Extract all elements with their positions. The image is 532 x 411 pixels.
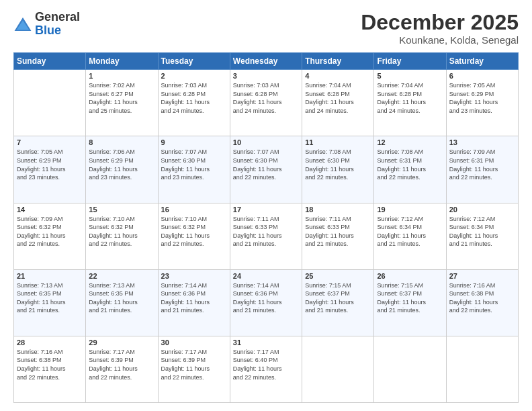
calendar-table: Sunday Monday Tuesday Wednesday Thursday…	[13, 52, 519, 403]
day-number: 10	[233, 138, 299, 146]
calendar-cell: 25Sunrise: 7:15 AM Sunset: 6:37 PM Dayli…	[302, 269, 374, 336]
day-info: Sunrise: 7:16 AM Sunset: 6:38 PM Dayligh…	[449, 281, 515, 315]
calendar-week-1: 1Sunrise: 7:02 AM Sunset: 6:27 PM Daylig…	[14, 70, 519, 136]
calendar-cell: 2Sunrise: 7:03 AM Sunset: 6:28 PM Daylig…	[158, 70, 230, 136]
calendar-body: 1Sunrise: 7:02 AM Sunset: 6:27 PM Daylig…	[14, 70, 519, 403]
calendar-week-4: 21Sunrise: 7:13 AM Sunset: 6:35 PM Dayli…	[14, 269, 519, 336]
day-number: 7	[17, 138, 83, 146]
calendar-cell: 3Sunrise: 7:03 AM Sunset: 6:28 PM Daylig…	[230, 70, 302, 136]
day-number: 30	[161, 338, 227, 347]
day-number: 17	[233, 205, 299, 214]
calendar-cell: 12Sunrise: 7:08 AM Sunset: 6:31 PM Dayli…	[374, 136, 446, 203]
day-number: 8	[89, 138, 154, 146]
calendar-cell: 26Sunrise: 7:15 AM Sunset: 6:37 PM Dayli…	[374, 269, 446, 336]
day-number: 15	[89, 205, 154, 214]
header: General Blue December 2025 Kounkane, Kol…	[13, 11, 519, 46]
day-info: Sunrise: 7:11 AM Sunset: 6:33 PM Dayligh…	[233, 215, 299, 248]
day-info: Sunrise: 7:17 AM Sunset: 6:39 PM Dayligh…	[89, 348, 154, 381]
calendar-cell: 20Sunrise: 7:12 AM Sunset: 6:34 PM Dayli…	[446, 203, 518, 269]
day-number: 24	[233, 272, 299, 280]
calendar-cell: 7Sunrise: 7:05 AM Sunset: 6:29 PM Daylig…	[14, 136, 86, 203]
day-info: Sunrise: 7:04 AM Sunset: 6:28 PM Dayligh…	[377, 81, 443, 115]
calendar-cell: 24Sunrise: 7:14 AM Sunset: 6:36 PM Dayli…	[230, 269, 302, 336]
day-number: 29	[89, 338, 154, 347]
calendar-cell	[14, 70, 86, 136]
logo-text-line2: Blue	[35, 24, 80, 38]
calendar-cell: 8Sunrise: 7:06 AM Sunset: 6:29 PM Daylig…	[86, 136, 158, 203]
day-info: Sunrise: 7:14 AM Sunset: 6:36 PM Dayligh…	[233, 281, 299, 315]
day-number: 28	[17, 338, 83, 347]
calendar-cell: 5Sunrise: 7:04 AM Sunset: 6:28 PM Daylig…	[374, 70, 446, 136]
day-info: Sunrise: 7:15 AM Sunset: 6:37 PM Dayligh…	[377, 281, 443, 315]
logo-text-line1: General	[35, 11, 80, 24]
day-info: Sunrise: 7:09 AM Sunset: 6:31 PM Dayligh…	[449, 148, 515, 181]
calendar-cell: 1Sunrise: 7:02 AM Sunset: 6:27 PM Daylig…	[86, 70, 158, 136]
day-number: 27	[449, 272, 515, 280]
calendar-cell: 30Sunrise: 7:17 AM Sunset: 6:39 PM Dayli…	[158, 336, 230, 402]
calendar-cell: 18Sunrise: 7:11 AM Sunset: 6:33 PM Dayli…	[302, 203, 374, 269]
day-number: 22	[89, 272, 154, 280]
day-number: 3	[233, 72, 299, 80]
day-info: Sunrise: 7:16 AM Sunset: 6:38 PM Dayligh…	[17, 348, 83, 381]
day-number: 23	[161, 272, 227, 280]
day-number: 4	[305, 72, 371, 80]
weekday-tuesday: Tuesday	[158, 53, 230, 70]
weekday-friday: Friday	[374, 53, 446, 70]
calendar-cell: 19Sunrise: 7:12 AM Sunset: 6:34 PM Dayli…	[374, 203, 446, 269]
day-info: Sunrise: 7:04 AM Sunset: 6:28 PM Dayligh…	[305, 81, 371, 115]
day-info: Sunrise: 7:07 AM Sunset: 6:30 PM Dayligh…	[161, 148, 227, 181]
weekday-wednesday: Wednesday	[230, 53, 302, 70]
weekday-thursday: Thursday	[302, 53, 374, 70]
logo: General Blue	[13, 11, 80, 38]
day-number: 20	[449, 205, 515, 214]
calendar-cell	[374, 336, 446, 402]
calendar-cell: 4Sunrise: 7:04 AM Sunset: 6:28 PM Daylig…	[302, 70, 374, 136]
day-info: Sunrise: 7:06 AM Sunset: 6:29 PM Dayligh…	[89, 148, 154, 181]
day-info: Sunrise: 7:09 AM Sunset: 6:32 PM Dayligh…	[17, 215, 83, 248]
calendar-cell: 13Sunrise: 7:09 AM Sunset: 6:31 PM Dayli…	[446, 136, 518, 203]
location: Kounkane, Kolda, Senegal	[361, 34, 519, 46]
calendar-cell: 15Sunrise: 7:10 AM Sunset: 6:32 PM Dayli…	[86, 203, 158, 269]
day-info: Sunrise: 7:13 AM Sunset: 6:35 PM Dayligh…	[89, 281, 154, 315]
day-info: Sunrise: 7:11 AM Sunset: 6:33 PM Dayligh…	[305, 215, 371, 248]
day-info: Sunrise: 7:08 AM Sunset: 6:30 PM Dayligh…	[305, 148, 371, 181]
day-number: 2	[161, 72, 227, 80]
day-info: Sunrise: 7:10 AM Sunset: 6:32 PM Dayligh…	[161, 215, 227, 248]
calendar-week-3: 14Sunrise: 7:09 AM Sunset: 6:32 PM Dayli…	[14, 203, 519, 269]
day-number: 19	[377, 205, 443, 214]
calendar-cell: 11Sunrise: 7:08 AM Sunset: 6:30 PM Dayli…	[302, 136, 374, 203]
weekday-row: Sunday Monday Tuesday Wednesday Thursday…	[14, 53, 519, 70]
day-info: Sunrise: 7:10 AM Sunset: 6:32 PM Dayligh…	[89, 215, 154, 248]
day-number: 21	[17, 272, 83, 280]
calendar-cell: 29Sunrise: 7:17 AM Sunset: 6:39 PM Dayli…	[86, 336, 158, 402]
day-number: 12	[377, 138, 443, 146]
title-block: December 2025 Kounkane, Kolda, Senegal	[361, 11, 519, 46]
day-number: 1	[89, 72, 154, 80]
day-number: 26	[377, 272, 443, 280]
day-info: Sunrise: 7:17 AM Sunset: 6:39 PM Dayligh…	[161, 348, 227, 381]
calendar-cell: 9Sunrise: 7:07 AM Sunset: 6:30 PM Daylig…	[158, 136, 230, 203]
calendar-cell: 14Sunrise: 7:09 AM Sunset: 6:32 PM Dayli…	[14, 203, 86, 269]
day-info: Sunrise: 7:05 AM Sunset: 6:29 PM Dayligh…	[449, 81, 515, 115]
weekday-sunday: Sunday	[14, 53, 86, 70]
calendar-cell: 6Sunrise: 7:05 AM Sunset: 6:29 PM Daylig…	[446, 70, 518, 136]
day-number: 16	[161, 205, 227, 214]
day-number: 25	[305, 272, 371, 280]
day-info: Sunrise: 7:12 AM Sunset: 6:34 PM Dayligh…	[449, 215, 515, 248]
calendar-cell: 28Sunrise: 7:16 AM Sunset: 6:38 PM Dayli…	[14, 336, 86, 402]
day-info: Sunrise: 7:17 AM Sunset: 6:40 PM Dayligh…	[233, 348, 299, 381]
month-title: December 2025	[361, 11, 519, 34]
day-number: 6	[449, 72, 515, 80]
calendar-week-2: 7Sunrise: 7:05 AM Sunset: 6:29 PM Daylig…	[14, 136, 519, 203]
day-number: 31	[233, 338, 299, 347]
logo-icon	[13, 16, 32, 32]
day-number: 14	[17, 205, 83, 214]
weekday-saturday: Saturday	[446, 53, 518, 70]
calendar-cell: 21Sunrise: 7:13 AM Sunset: 6:35 PM Dayli…	[14, 269, 86, 336]
day-info: Sunrise: 7:08 AM Sunset: 6:31 PM Dayligh…	[377, 148, 443, 181]
calendar-cell: 16Sunrise: 7:10 AM Sunset: 6:32 PM Dayli…	[158, 203, 230, 269]
calendar-cell	[446, 336, 518, 402]
day-number: 13	[449, 138, 515, 146]
day-number: 9	[161, 138, 227, 146]
calendar-cell: 31Sunrise: 7:17 AM Sunset: 6:40 PM Dayli…	[230, 336, 302, 402]
